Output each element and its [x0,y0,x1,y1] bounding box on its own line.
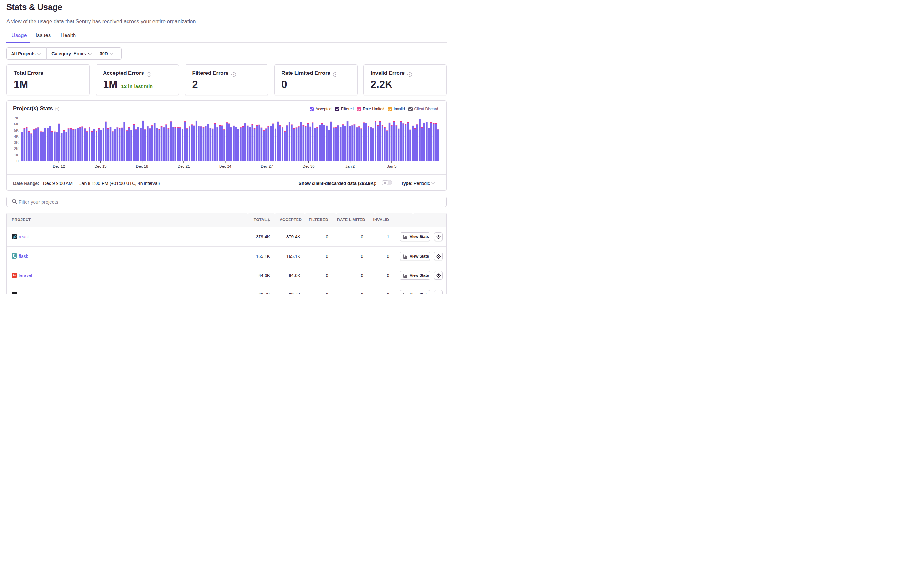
svg-text:6K: 6K [14,122,18,126]
svg-text:Dec 30: Dec 30 [302,164,314,169]
svg-text:Dec 21: Dec 21 [178,164,190,169]
svg-text:Jan 2: Jan 2 [345,164,355,169]
svg-text:2K: 2K [14,147,18,150]
svg-text:3K: 3K [14,141,18,145]
svg-text:Jan 5: Jan 5 [387,164,397,169]
svg-text:1K: 1K [14,153,18,157]
svg-text:Dec 12: Dec 12 [53,164,65,169]
svg-text:Dec 18: Dec 18 [136,164,148,169]
svg-text:0: 0 [16,159,18,163]
svg-text:7K: 7K [14,116,18,120]
svg-text:Dec 27: Dec 27 [261,164,273,169]
svg-text:5K: 5K [14,129,18,132]
svg-text:4K: 4K [14,135,18,138]
svg-text:Dec 15: Dec 15 [94,164,106,169]
svg-text:Dec 24: Dec 24 [219,164,231,169]
